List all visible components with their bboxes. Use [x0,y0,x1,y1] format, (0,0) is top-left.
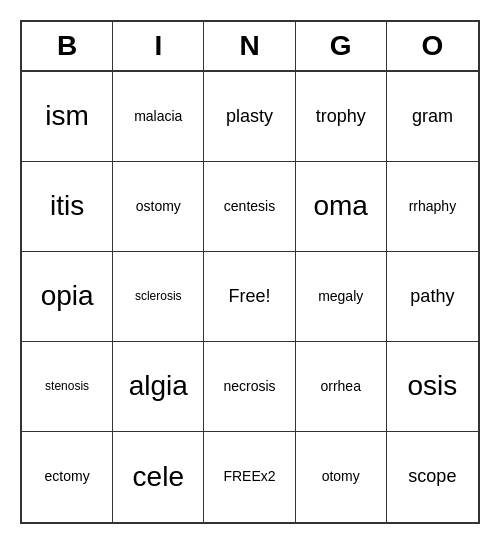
bingo-cell-19[interactable]: osis [387,342,478,432]
cell-text-0: ism [45,101,89,132]
cell-text-17: necrosis [223,379,275,394]
bingo-cell-24[interactable]: scope [387,432,478,522]
bingo-cell-0[interactable]: ism [22,72,113,162]
cell-text-22: FREEx2 [223,469,275,484]
cell-text-12: Free! [228,287,270,307]
bingo-board: BINGO ismmalaciaplastytrophygramitisosto… [20,20,480,524]
cell-text-14: pathy [410,287,454,307]
bingo-cell-23[interactable]: otomy [296,432,387,522]
bingo-cell-15[interactable]: stenosis [22,342,113,432]
bingo-cell-11[interactable]: sclerosis [113,252,204,342]
bingo-grid: ismmalaciaplastytrophygramitisostomycent… [22,72,478,522]
bingo-cell-17[interactable]: necrosis [204,342,295,432]
cell-text-10: opia [41,281,94,312]
header-letter-n: N [204,22,295,70]
bingo-cell-3[interactable]: trophy [296,72,387,162]
cell-text-9: rrhaphy [409,199,456,214]
cell-text-11: sclerosis [135,290,182,303]
bingo-cell-9[interactable]: rrhaphy [387,162,478,252]
bingo-cell-21[interactable]: cele [113,432,204,522]
bingo-header: BINGO [22,22,478,72]
bingo-cell-6[interactable]: ostomy [113,162,204,252]
cell-text-1: malacia [134,109,182,124]
cell-text-13: megaly [318,289,363,304]
cell-text-18: orrhea [320,379,360,394]
bingo-cell-14[interactable]: pathy [387,252,478,342]
cell-text-19: osis [407,371,457,402]
cell-text-20: ectomy [45,469,90,484]
bingo-cell-12[interactable]: Free! [204,252,295,342]
header-letter-b: B [22,22,113,70]
bingo-cell-1[interactable]: malacia [113,72,204,162]
bingo-cell-22[interactable]: FREEx2 [204,432,295,522]
bingo-cell-4[interactable]: gram [387,72,478,162]
cell-text-2: plasty [226,107,273,127]
cell-text-6: ostomy [136,199,181,214]
cell-text-23: otomy [322,469,360,484]
cell-text-3: trophy [316,107,366,127]
bingo-cell-2[interactable]: plasty [204,72,295,162]
header-letter-g: G [296,22,387,70]
bingo-cell-18[interactable]: orrhea [296,342,387,432]
header-letter-o: O [387,22,478,70]
cell-text-16: algia [129,371,188,402]
cell-text-7: centesis [224,199,275,214]
bingo-cell-7[interactable]: centesis [204,162,295,252]
bingo-cell-13[interactable]: megaly [296,252,387,342]
cell-text-21: cele [133,462,184,493]
cell-text-15: stenosis [45,380,89,393]
cell-text-4: gram [412,107,453,127]
bingo-cell-10[interactable]: opia [22,252,113,342]
cell-text-24: scope [408,467,456,487]
bingo-cell-5[interactable]: itis [22,162,113,252]
cell-text-8: oma [313,191,367,222]
bingo-cell-16[interactable]: algia [113,342,204,432]
cell-text-5: itis [50,191,84,222]
bingo-cell-8[interactable]: oma [296,162,387,252]
header-letter-i: I [113,22,204,70]
bingo-cell-20[interactable]: ectomy [22,432,113,522]
